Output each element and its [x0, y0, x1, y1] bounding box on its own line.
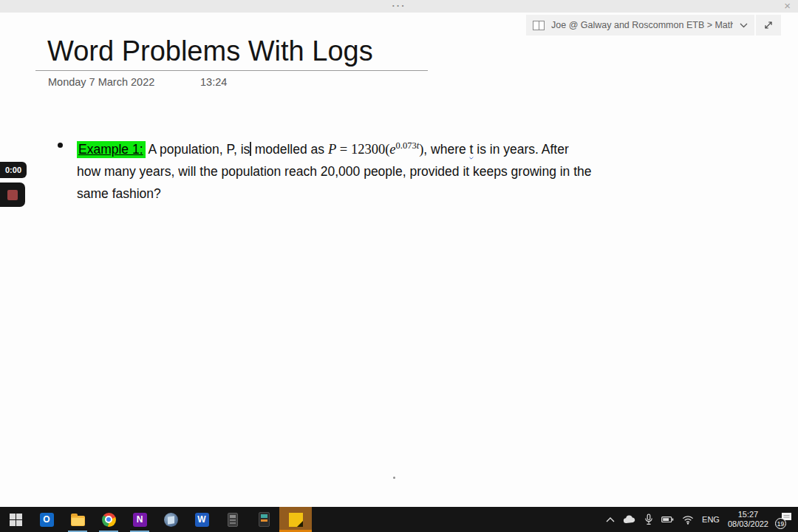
- outlook-icon: O: [40, 513, 54, 527]
- notebook-icon: [533, 21, 545, 30]
- word-icon: W: [195, 513, 209, 527]
- tray-battery[interactable]: [661, 515, 674, 524]
- file-explorer-icon: [71, 516, 85, 526]
- page-date[interactable]: Monday 7 March 2022: [48, 76, 154, 88]
- windows-logo-icon: [10, 514, 22, 526]
- example-text: modelled as: [251, 142, 328, 157]
- stray-ink-dot: [393, 477, 395, 479]
- taskbar-calculator[interactable]: [217, 507, 248, 532]
- wifi-icon: [682, 515, 694, 525]
- chevron-down-icon: [740, 23, 748, 28]
- taskbar-smart-notebook[interactable]: [155, 507, 186, 532]
- cloud-icon: [623, 515, 636, 524]
- tray-wifi[interactable]: [682, 515, 694, 525]
- example-text: , where: [423, 142, 469, 157]
- taskbar-file-explorer[interactable]: [62, 507, 93, 532]
- chevron-up-icon: [606, 517, 615, 522]
- taskbar-word[interactable]: W: [186, 507, 217, 532]
- taskbar-outlook[interactable]: O: [31, 507, 62, 532]
- close-icon[interactable]: ×: [781, 0, 794, 12]
- taskbar-onenote[interactable]: N: [124, 507, 155, 532]
- onenote-icon: N: [133, 513, 147, 527]
- expand-icon: [763, 20, 774, 30]
- microphone-icon: [644, 514, 653, 525]
- tray-date: 08/03/2022: [728, 519, 768, 529]
- chrome-icon: [102, 513, 116, 527]
- smart-notebook-icon: [164, 513, 178, 527]
- title-strip[interactable]: ··· ×: [0, 0, 798, 13]
- example-line-2[interactable]: how many years, will the population reac…: [77, 160, 705, 183]
- stop-icon: [7, 190, 18, 200]
- taskbar-graphing-calculator[interactable]: [248, 507, 279, 532]
- calculator-icon: [228, 513, 238, 527]
- title-underline: [35, 70, 428, 71]
- action-center-button[interactable]: 19: [777, 511, 793, 528]
- notebook-selector[interactable]: Joe @ Galway and Roscommon ETB > Maths: [526, 15, 754, 35]
- system-tray: ENG 15:27 08/03/2022 19: [606, 507, 798, 532]
- bullet-point: [58, 143, 63, 148]
- taskbar-journal-active[interactable]: [279, 507, 312, 532]
- windows-taskbar: O N W: [0, 507, 798, 532]
- tray-microphone[interactable]: [644, 514, 653, 525]
- example-line-3[interactable]: same fashion?: [77, 183, 705, 205]
- tray-overflow-button[interactable]: [606, 517, 615, 522]
- note-paragraph[interactable]: Example 1: A population, P, is modelled …: [77, 134, 705, 205]
- stop-recording-button[interactable]: [0, 183, 25, 207]
- notebook-breadcrumb: Joe @ Galway and Roscommon ETB > Maths: [551, 20, 733, 30]
- battery-icon: [661, 515, 674, 524]
- example-text: is in years. After: [473, 142, 568, 157]
- math-formula: P = 12300(e0.073t): [328, 142, 423, 157]
- example-label-highlighted: Example 1:: [77, 141, 146, 158]
- journal-icon: [289, 513, 303, 527]
- example-line-1[interactable]: Example 1: A population, P, is modelled …: [77, 134, 705, 160]
- page-timestamp[interactable]: 13:24: [200, 76, 227, 88]
- notification-count-badge: 19: [775, 518, 786, 529]
- language-indicator[interactable]: ENG: [702, 515, 720, 524]
- tray-clock[interactable]: 15:27 08/03/2022: [728, 510, 768, 529]
- start-button[interactable]: [0, 507, 31, 532]
- tray-time: 15:27: [728, 510, 768, 519]
- taskbar-chrome[interactable]: [93, 507, 124, 532]
- page-title[interactable]: Word Problems With Logs: [47, 35, 373, 67]
- example-text: A population, P, is: [146, 142, 250, 157]
- tray-onedrive[interactable]: [623, 515, 636, 524]
- reveal-ribbon-button[interactable]: ···: [0, 0, 798, 11]
- fullscreen-toggle-button[interactable]: [756, 15, 781, 35]
- recording-timer: 0:00: [0, 162, 27, 178]
- graphing-calculator-icon: [259, 512, 270, 527]
